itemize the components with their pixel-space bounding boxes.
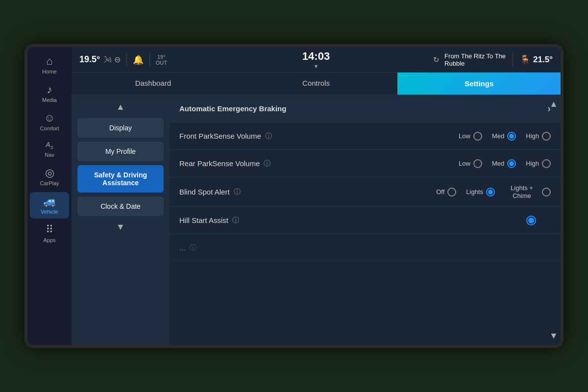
status-divider-1 — [126, 52, 127, 67]
status-icons: 🌬 ⊖ — [104, 55, 120, 64]
front-parksense-info[interactable]: ⓘ — [265, 132, 272, 141]
sidebar-item-media[interactable]: ♪ Media — [30, 80, 69, 107]
status-divider-2 — [149, 52, 150, 67]
sidebar-label-vehicle: Vehicle — [41, 209, 58, 215]
rear-parksense-controls: Low Med High — [459, 159, 551, 168]
sidebar-label-carplay: CarPlay — [40, 180, 59, 186]
settings-sidebar: ▲ Display My Profile Safety & Driving As… — [72, 95, 170, 345]
sidebar-item-vehicle[interactable]: 🚙 Vehicle — [30, 192, 69, 219]
seat-icon: 🪑 — [520, 54, 530, 65]
sidebar-label-media: Media — [42, 97, 57, 103]
partial-row: ... ⓘ — [170, 234, 561, 262]
carplay-icon: ◎ — [45, 168, 54, 178]
home-icon: ⌂ — [46, 56, 52, 67]
time-chevron[interactable]: ▾ — [315, 63, 318, 70]
nav-icon: AS — [46, 141, 53, 150]
partial-info[interactable]: ⓘ — [190, 244, 196, 252]
screen: ⌂ Home ♪ Media ☺ Comfort AS Nav ◎ CarPla… — [24, 44, 564, 348]
sidebar-label-apps: Apps — [43, 237, 55, 243]
scroll-up-chevron[interactable]: ▲ — [114, 100, 127, 114]
song-title-line1: From The Ritz To The — [444, 52, 506, 60]
rear-parksense-low-radio[interactable] — [473, 159, 482, 168]
apps-icon: ⠿ — [46, 224, 53, 235]
blind-spot-controls: Off Lights Lights + Chime — [436, 184, 551, 199]
song-title-line2: Rubble — [444, 60, 465, 67]
scroll-down-chevron[interactable]: ▼ — [114, 220, 127, 234]
sidebar-item-carplay[interactable]: ◎ CarPlay — [30, 164, 69, 190]
partial-label: ... ⓘ — [179, 244, 551, 252]
status-divider-3 — [513, 52, 513, 67]
blind-spot-info[interactable]: ⓘ — [234, 188, 241, 196]
rear-parksense-med-radio[interactable] — [507, 159, 516, 168]
tab-settings[interactable]: Settings — [397, 73, 561, 95]
rear-parksense-low[interactable]: Low — [459, 159, 482, 168]
my-profile-button[interactable]: My Profile — [77, 142, 164, 161]
blind-spot-off[interactable]: Off — [436, 188, 456, 196]
tab-bar: Dashboard Controls Settings — [72, 73, 561, 95]
rear-parksense-label: Rear ParkSense Volume ⓘ — [179, 159, 459, 168]
song-info: From The Ritz To The Rubble — [444, 52, 506, 67]
front-parksense-controls: Low Med High — [459, 132, 551, 141]
status-left: 19.5° 🌬 ⊖ 🔔 19° OUT — [79, 52, 297, 67]
hill-start-toggle[interactable] — [526, 216, 536, 225]
content-area: ▲ Display My Profile Safety & Driving As… — [72, 95, 561, 345]
sidebar-item-home[interactable]: ⌂ Home — [30, 52, 69, 78]
front-parksense-row: Front ParkSense Volume ⓘ Low Med — [170, 122, 561, 150]
display-button[interactable]: Display — [77, 118, 164, 138]
sidebar-item-nav[interactable]: AS Nav — [30, 137, 69, 162]
aeb-row[interactable]: Automatic Emergency Braking › — [170, 95, 561, 122]
vehicle-icon: 🚙 — [43, 196, 56, 207]
front-parksense-label: Front ParkSense Volume ⓘ — [179, 132, 459, 141]
blind-spot-off-radio[interactable] — [447, 188, 456, 196]
status-center: 14:03 ▾ — [302, 50, 330, 70]
outside-temp: 19° OUT — [156, 54, 167, 66]
sidebar-label-nav: Nav — [45, 152, 54, 158]
status-right: ↻ From The Ritz To The Rubble 🪑 21.5° — [335, 52, 553, 67]
clock: 14:03 — [302, 50, 330, 63]
seat-temp: 🪑 21.5° — [520, 54, 553, 65]
clock-date-button[interactable]: Clock & Date — [77, 196, 164, 216]
content-scroll-up[interactable]: ▲ — [549, 99, 558, 109]
front-parksense-low[interactable]: Low — [459, 132, 482, 141]
blind-spot-lights-radio[interactable] — [486, 188, 495, 196]
front-parksense-med[interactable]: Med — [492, 132, 516, 141]
blind-spot-row: Blind Spot Alert ⓘ Off Lights — [170, 177, 561, 207]
sidebar-label-home: Home — [42, 69, 56, 74]
bell-icon[interactable]: 🔔 — [133, 54, 144, 65]
main-content: 19.5° 🌬 ⊖ 🔔 19° OUT 14:03 ▾ ↻ From The R… — [72, 47, 561, 345]
status-bar: 19.5° 🌬 ⊖ 🔔 19° OUT 14:03 ▾ ↻ From The R… — [72, 47, 561, 73]
tab-dashboard[interactable]: Dashboard — [72, 73, 235, 95]
hill-start-radio[interactable] — [526, 216, 536, 225]
comfort-icon: ☺ — [44, 113, 55, 123]
front-parksense-low-radio[interactable] — [473, 132, 482, 141]
safety-driving-button[interactable]: Safety & Driving Assistance — [77, 165, 164, 193]
rear-parksense-med[interactable]: Med — [492, 159, 516, 168]
scroll-controls: ▲ ▼ — [547, 95, 561, 345]
front-parksense-med-radio[interactable] — [507, 132, 516, 141]
sidebar-item-comfort[interactable]: ☺ Comfort — [30, 109, 69, 135]
blind-spot-label: Blind Spot Alert ⓘ — [179, 188, 436, 196]
sidebar-item-apps[interactable]: ⠿ Apps — [30, 220, 69, 247]
media-icon: ♪ — [47, 84, 52, 95]
temp-left: 19.5° — [79, 54, 100, 65]
hill-start-label: Hill Start Assist ⓘ — [179, 216, 526, 225]
blind-spot-lights-chime[interactable]: Lights + Chime — [505, 184, 551, 199]
aeb-label: Automatic Emergency Braking — [179, 104, 547, 113]
media-sync-icon: ↻ — [433, 55, 440, 64]
content-scroll-down[interactable]: ▼ — [549, 331, 558, 341]
tab-controls[interactable]: Controls — [235, 73, 398, 95]
hill-start-row: Hill Start Assist ⓘ — [170, 207, 561, 234]
rear-parksense-row: Rear ParkSense Volume ⓘ Low Med — [170, 150, 561, 177]
sidebar-label-comfort: Comfort — [40, 125, 59, 131]
settings-content[interactable]: ▲ ▼ Automatic Emergency Braking › Front … — [170, 95, 561, 345]
hill-start-info[interactable]: ⓘ — [232, 216, 239, 225]
rear-parksense-info[interactable]: ⓘ — [264, 159, 270, 168]
blind-spot-lights[interactable]: Lights — [466, 188, 495, 196]
nav-sidebar: ⌂ Home ♪ Media ☺ Comfort AS Nav ◎ CarPla… — [27, 47, 72, 345]
